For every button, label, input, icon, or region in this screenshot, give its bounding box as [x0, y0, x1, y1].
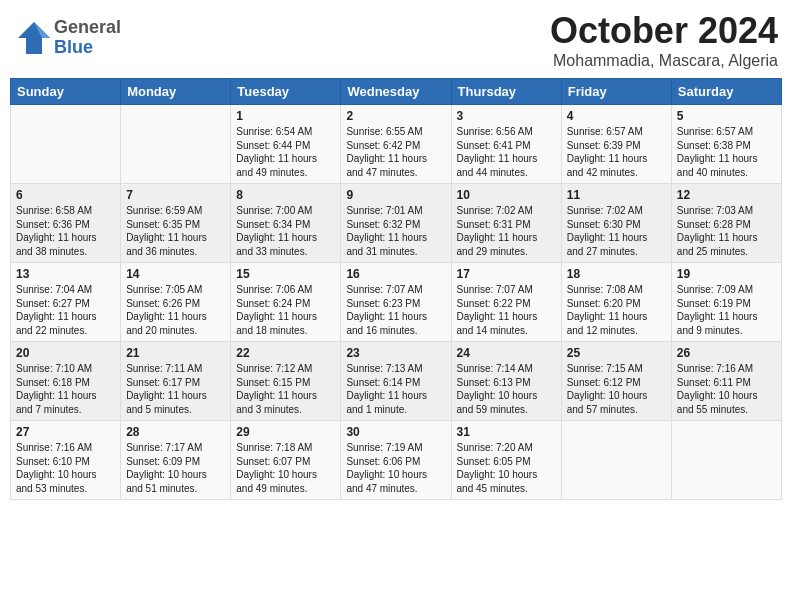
calendar-cell: 13Sunrise: 7:04 AM Sunset: 6:27 PM Dayli… — [11, 263, 121, 342]
day-info: Sunrise: 7:09 AM Sunset: 6:19 PM Dayligh… — [677, 283, 776, 337]
weekday-header: Friday — [561, 79, 671, 105]
day-number: 5 — [677, 109, 776, 123]
day-number: 8 — [236, 188, 335, 202]
day-info: Sunrise: 7:00 AM Sunset: 6:34 PM Dayligh… — [236, 204, 335, 258]
calendar-cell: 29Sunrise: 7:18 AM Sunset: 6:07 PM Dayli… — [231, 421, 341, 500]
page-header: General Blue October 2024 Mohammadia, Ma… — [10, 10, 782, 70]
day-info: Sunrise: 7:18 AM Sunset: 6:07 PM Dayligh… — [236, 441, 335, 495]
calendar-cell: 4Sunrise: 6:57 AM Sunset: 6:39 PM Daylig… — [561, 105, 671, 184]
day-info: Sunrise: 7:06 AM Sunset: 6:24 PM Dayligh… — [236, 283, 335, 337]
calendar-cell: 19Sunrise: 7:09 AM Sunset: 6:19 PM Dayli… — [671, 263, 781, 342]
calendar-cell: 31Sunrise: 7:20 AM Sunset: 6:05 PM Dayli… — [451, 421, 561, 500]
logo-blue: Blue — [54, 38, 121, 58]
day-number: 24 — [457, 346, 556, 360]
day-info: Sunrise: 7:16 AM Sunset: 6:11 PM Dayligh… — [677, 362, 776, 416]
day-number: 21 — [126, 346, 225, 360]
title-block: October 2024 Mohammadia, Mascara, Algeri… — [550, 10, 778, 70]
logo-text: General Blue — [54, 18, 121, 58]
day-number: 23 — [346, 346, 445, 360]
day-number: 12 — [677, 188, 776, 202]
day-number: 16 — [346, 267, 445, 281]
calendar-cell: 25Sunrise: 7:15 AM Sunset: 6:12 PM Dayli… — [561, 342, 671, 421]
day-info: Sunrise: 7:17 AM Sunset: 6:09 PM Dayligh… — [126, 441, 225, 495]
calendar-cell: 5Sunrise: 6:57 AM Sunset: 6:38 PM Daylig… — [671, 105, 781, 184]
day-info: Sunrise: 7:12 AM Sunset: 6:15 PM Dayligh… — [236, 362, 335, 416]
day-number: 14 — [126, 267, 225, 281]
day-info: Sunrise: 6:59 AM Sunset: 6:35 PM Dayligh… — [126, 204, 225, 258]
calendar-cell: 27Sunrise: 7:16 AM Sunset: 6:10 PM Dayli… — [11, 421, 121, 500]
calendar-cell: 12Sunrise: 7:03 AM Sunset: 6:28 PM Dayli… — [671, 184, 781, 263]
day-info: Sunrise: 6:58 AM Sunset: 6:36 PM Dayligh… — [16, 204, 115, 258]
day-info: Sunrise: 7:14 AM Sunset: 6:13 PM Dayligh… — [457, 362, 556, 416]
day-info: Sunrise: 7:02 AM Sunset: 6:31 PM Dayligh… — [457, 204, 556, 258]
weekday-header: Monday — [121, 79, 231, 105]
weekday-header: Sunday — [11, 79, 121, 105]
day-info: Sunrise: 7:16 AM Sunset: 6:10 PM Dayligh… — [16, 441, 115, 495]
calendar-cell: 11Sunrise: 7:02 AM Sunset: 6:30 PM Dayli… — [561, 184, 671, 263]
calendar-cell: 26Sunrise: 7:16 AM Sunset: 6:11 PM Dayli… — [671, 342, 781, 421]
weekday-header: Saturday — [671, 79, 781, 105]
day-info: Sunrise: 7:08 AM Sunset: 6:20 PM Dayligh… — [567, 283, 666, 337]
calendar-cell: 9Sunrise: 7:01 AM Sunset: 6:32 PM Daylig… — [341, 184, 451, 263]
calendar-cell: 8Sunrise: 7:00 AM Sunset: 6:34 PM Daylig… — [231, 184, 341, 263]
calendar-week-row: 27Sunrise: 7:16 AM Sunset: 6:10 PM Dayli… — [11, 421, 782, 500]
day-number: 2 — [346, 109, 445, 123]
calendar-week-row: 13Sunrise: 7:04 AM Sunset: 6:27 PM Dayli… — [11, 263, 782, 342]
day-number: 19 — [677, 267, 776, 281]
day-number: 1 — [236, 109, 335, 123]
calendar-cell — [121, 105, 231, 184]
day-info: Sunrise: 7:10 AM Sunset: 6:18 PM Dayligh… — [16, 362, 115, 416]
calendar-cell: 17Sunrise: 7:07 AM Sunset: 6:22 PM Dayli… — [451, 263, 561, 342]
day-info: Sunrise: 7:01 AM Sunset: 6:32 PM Dayligh… — [346, 204, 445, 258]
day-info: Sunrise: 6:54 AM Sunset: 6:44 PM Dayligh… — [236, 125, 335, 179]
day-number: 10 — [457, 188, 556, 202]
day-number: 22 — [236, 346, 335, 360]
day-number: 7 — [126, 188, 225, 202]
day-number: 29 — [236, 425, 335, 439]
day-number: 31 — [457, 425, 556, 439]
calendar-cell: 14Sunrise: 7:05 AM Sunset: 6:26 PM Dayli… — [121, 263, 231, 342]
calendar-table: SundayMondayTuesdayWednesdayThursdayFrid… — [10, 78, 782, 500]
day-number: 30 — [346, 425, 445, 439]
calendar-cell: 2Sunrise: 6:55 AM Sunset: 6:42 PM Daylig… — [341, 105, 451, 184]
day-info: Sunrise: 7:07 AM Sunset: 6:22 PM Dayligh… — [457, 283, 556, 337]
day-info: Sunrise: 6:56 AM Sunset: 6:41 PM Dayligh… — [457, 125, 556, 179]
calendar-week-row: 6Sunrise: 6:58 AM Sunset: 6:36 PM Daylig… — [11, 184, 782, 263]
day-number: 28 — [126, 425, 225, 439]
page-subtitle: Mohammadia, Mascara, Algeria — [550, 52, 778, 70]
weekday-header: Thursday — [451, 79, 561, 105]
calendar-week-row: 1Sunrise: 6:54 AM Sunset: 6:44 PM Daylig… — [11, 105, 782, 184]
day-number: 15 — [236, 267, 335, 281]
day-info: Sunrise: 7:11 AM Sunset: 6:17 PM Dayligh… — [126, 362, 225, 416]
calendar-cell: 7Sunrise: 6:59 AM Sunset: 6:35 PM Daylig… — [121, 184, 231, 263]
calendar-cell — [11, 105, 121, 184]
day-info: Sunrise: 6:57 AM Sunset: 6:38 PM Dayligh… — [677, 125, 776, 179]
day-number: 4 — [567, 109, 666, 123]
day-number: 26 — [677, 346, 776, 360]
calendar-cell: 16Sunrise: 7:07 AM Sunset: 6:23 PM Dayli… — [341, 263, 451, 342]
calendar-cell: 15Sunrise: 7:06 AM Sunset: 6:24 PM Dayli… — [231, 263, 341, 342]
page-title: October 2024 — [550, 10, 778, 52]
calendar-cell: 20Sunrise: 7:10 AM Sunset: 6:18 PM Dayli… — [11, 342, 121, 421]
weekday-header: Wednesday — [341, 79, 451, 105]
day-number: 20 — [16, 346, 115, 360]
logo-icon — [14, 18, 54, 58]
calendar-cell: 6Sunrise: 6:58 AM Sunset: 6:36 PM Daylig… — [11, 184, 121, 263]
day-info: Sunrise: 6:57 AM Sunset: 6:39 PM Dayligh… — [567, 125, 666, 179]
calendar-cell: 18Sunrise: 7:08 AM Sunset: 6:20 PM Dayli… — [561, 263, 671, 342]
day-info: Sunrise: 7:20 AM Sunset: 6:05 PM Dayligh… — [457, 441, 556, 495]
calendar-week-row: 20Sunrise: 7:10 AM Sunset: 6:18 PM Dayli… — [11, 342, 782, 421]
day-number: 18 — [567, 267, 666, 281]
logo-general: General — [54, 18, 121, 38]
day-number: 17 — [457, 267, 556, 281]
calendar-cell: 21Sunrise: 7:11 AM Sunset: 6:17 PM Dayli… — [121, 342, 231, 421]
calendar-cell: 22Sunrise: 7:12 AM Sunset: 6:15 PM Dayli… — [231, 342, 341, 421]
day-number: 3 — [457, 109, 556, 123]
logo: General Blue — [14, 18, 121, 58]
calendar-cell — [671, 421, 781, 500]
day-number: 6 — [16, 188, 115, 202]
day-number: 25 — [567, 346, 666, 360]
day-number: 11 — [567, 188, 666, 202]
weekday-header: Tuesday — [231, 79, 341, 105]
calendar-cell: 28Sunrise: 7:17 AM Sunset: 6:09 PM Dayli… — [121, 421, 231, 500]
